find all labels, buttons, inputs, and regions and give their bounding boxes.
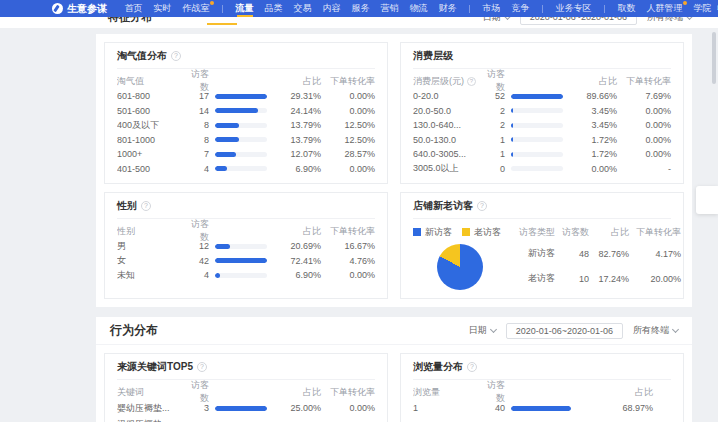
date-type-dropdown[interactable]: 日期: [469, 324, 496, 337]
help-icon[interactable]: ?: [467, 362, 477, 372]
date-range-picker[interactable]: 2020-01-06~2020-01-06: [520, 17, 637, 25]
value-bar: [511, 152, 563, 157]
cell-conv: 16.67%: [321, 241, 375, 251]
cell-label: 501-600: [117, 106, 183, 116]
cell-label: 401-500: [117, 164, 183, 174]
cell-pct: 1.72%: [573, 135, 617, 145]
legend-swatch-new: [413, 228, 421, 236]
cell-conv: 0.00%: [617, 149, 671, 159]
cell-conv: 0.00%: [321, 270, 375, 280]
cell-label: 640.0-3005...: [413, 149, 479, 159]
nav-item-trade[interactable]: 交易: [294, 0, 312, 17]
cell-visitors: 52: [479, 91, 505, 101]
help-icon[interactable]: ?: [141, 201, 151, 211]
cell-pct: 13.79%: [277, 135, 321, 145]
help-icon[interactable]: ?: [467, 77, 476, 86]
notification-dot: [683, 1, 687, 5]
cell-visitors: 7: [183, 149, 209, 159]
terminal-dropdown[interactable]: 所有终端: [647, 17, 692, 24]
floating-widget[interactable]: [696, 186, 718, 214]
cell-label: 男: [117, 240, 183, 253]
cell-visitors: 2: [479, 106, 505, 116]
nav-item-content[interactable]: 内容: [323, 0, 341, 17]
scrollbar-thumb[interactable]: [712, 32, 716, 84]
help-icon[interactable]: ?: [171, 51, 181, 61]
value-bar: [215, 123, 267, 128]
table-row: 2-31220.69%: [413, 417, 671, 422]
cell-pct: 17.24%: [589, 274, 629, 284]
nav-item-service[interactable]: 服务: [352, 0, 370, 17]
table-row: 601-8001729.31%0.00%: [117, 89, 375, 104]
cell-conv: 0.00%: [321, 106, 375, 116]
cell-pct: 25.00%: [277, 403, 321, 413]
notification-dot: [210, 1, 214, 5]
cell-visitors: 10: [555, 274, 589, 284]
table-row: 汉服压褥垫325.00%0.00%: [117, 417, 375, 422]
table-header: 关键词 访客数 占比 下单转化率: [117, 384, 375, 400]
nav-item-market[interactable]: 市场: [483, 0, 501, 17]
help-icon[interactable]: ?: [197, 362, 207, 372]
terminal-dropdown[interactable]: 所有终端: [633, 324, 678, 337]
table-row: 婴幼压褥垫...325.00%0.00%: [117, 400, 375, 417]
cell-label: 1: [413, 403, 479, 413]
cell-pct: 72.41%: [277, 256, 321, 266]
help-icon[interactable]: ?: [477, 201, 487, 211]
table-row: 501-6001424.14%0.00%: [117, 104, 375, 119]
table-header: 新访客 老访客 访客类型 访客数 占比 下单转化率: [413, 223, 671, 241]
nav-item-audience-mgmt[interactable]: 人群管理: [647, 0, 683, 17]
card-source-keywords: 来源关键词TOP5 ? 关键词 访客数 占比 下单转化率 婴幼压褥垫...325…: [104, 353, 388, 422]
nav-item-logistics[interactable]: 物流: [410, 0, 428, 17]
value-bar: [215, 166, 267, 171]
top-nav: 生意参谋 首页实时作战室流量品类交易内容服务营销物流财务市场竞争业务专区取数人群…: [0, 0, 718, 17]
cell-label: 601-800: [117, 91, 183, 101]
value-bar: [215, 152, 267, 157]
cell-label: 130.0-640...: [413, 120, 479, 130]
value-bar: [511, 94, 563, 99]
table-row: 老访客1017.24%20.00%: [509, 266, 681, 291]
cell-label: 老访客: [509, 272, 555, 285]
nav-item-category[interactable]: 品类: [265, 0, 283, 17]
nav-item-home[interactable]: 首页: [125, 0, 143, 17]
nav-item-traffic[interactable]: 流量: [236, 0, 254, 17]
cell-conv: 0.00%: [321, 403, 375, 413]
cell-visitors: 4: [183, 164, 209, 174]
cell-visitors: 4: [183, 270, 209, 280]
card-title: 店铺新老访客: [413, 199, 473, 213]
chevron-down-icon: [672, 326, 679, 333]
cell-conv: 20.00%: [629, 274, 681, 284]
cell-conv: 0.00%: [617, 106, 671, 116]
date-type-dropdown[interactable]: 日期: [483, 17, 510, 24]
card-title: 性别: [117, 199, 137, 213]
cell-pct: 6.90%: [277, 164, 321, 174]
cell-label: 新访客: [509, 247, 555, 260]
nav-divider: [604, 5, 605, 13]
nav-item-finance[interactable]: 财务: [439, 0, 457, 17]
nav-item-business-zone[interactable]: 业务专区: [556, 0, 592, 17]
cell-visitors: 48: [555, 249, 589, 259]
nav-item-competition[interactable]: 竞争: [512, 0, 530, 17]
nav-item-academy[interactable]: 学院: [694, 0, 712, 17]
cell-conv: -: [617, 164, 671, 174]
cell-pct: 82.76%: [589, 249, 629, 259]
value-bar: [215, 258, 267, 263]
card-title: 消费层级: [413, 49, 453, 63]
main-content: 淘气值分布 ? 淘气值 访客数 占比 下单转化率 601-8001729.31%…: [96, 34, 692, 422]
value-bar: [215, 406, 267, 411]
cell-pct: 6.90%: [277, 270, 321, 280]
nav-item-war-room[interactable]: 作战室: [183, 0, 210, 17]
nav-item-realtime[interactable]: 实时: [154, 0, 172, 17]
nav-item-data-extract[interactable]: 取数: [618, 0, 636, 17]
chevron-down-icon: [490, 326, 497, 333]
cell-conv: 4.76%: [321, 256, 375, 266]
date-range-picker[interactable]: 2020-01-06~2020-01-06: [506, 323, 623, 339]
nav-item-marketing[interactable]: 营销: [381, 0, 399, 17]
cell-visitors: 17: [183, 91, 209, 101]
value-bar: [511, 108, 563, 113]
card-gender: 性别 ? 性别 访客数 占比 下单转化率 男1220.69%16.67%女427…: [104, 192, 388, 299]
cell-pct: 29.31%: [277, 91, 321, 101]
table-row: 401-50046.90%0.00%: [117, 162, 375, 177]
table-body: 0-20.05289.66%7.69%20.0-50.023.45%0.00%1…: [413, 89, 671, 176]
cell-pct: 68.97%: [589, 403, 671, 413]
table-row: 未知46.90%0.00%: [117, 268, 375, 283]
brand[interactable]: 生意参谋: [52, 2, 107, 16]
